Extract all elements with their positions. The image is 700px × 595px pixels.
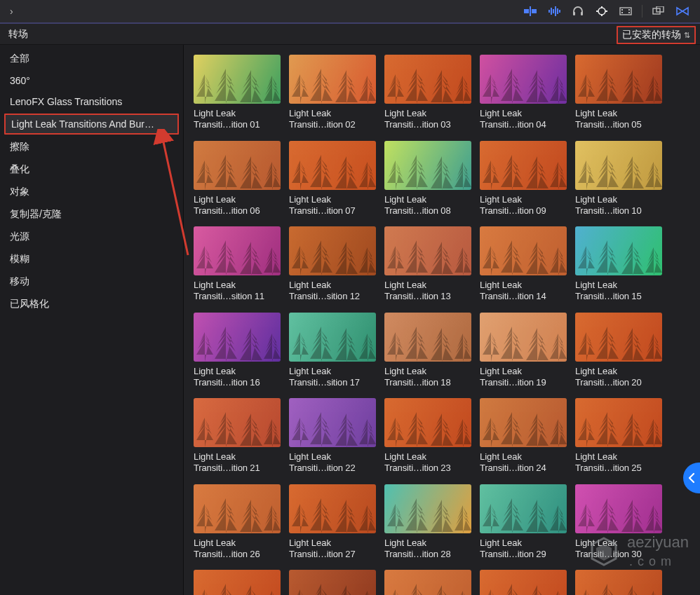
transition-thumb-cell[interactable]: Light LeakTransiti…ition 09 bbox=[480, 141, 567, 217]
transition-thumb-cell[interactable]: Light LeakTransiti…ition 15 bbox=[575, 226, 662, 303]
transition-thumbnail[interactable] bbox=[575, 570, 662, 595]
transition-thumbnail[interactable] bbox=[289, 226, 376, 275]
transition-thumb-cell[interactable]: Light LeakTransiti…ition 27 bbox=[289, 484, 376, 561]
transition-thumb-cell[interactable] bbox=[194, 570, 281, 595]
transition-thumbnail[interactable] bbox=[384, 55, 471, 104]
transition-thumbnail[interactable] bbox=[575, 141, 662, 190]
transition-thumb-cell[interactable]: Light LeakTransiti…ition 23 bbox=[384, 398, 471, 474]
transition-thumbnail[interactable] bbox=[480, 55, 567, 104]
transition-thumb-cell[interactable]: Light LeakTransiti…ition 30 bbox=[575, 484, 662, 561]
transition-thumb-cell[interactable]: Light LeakTransiti…ition 24 bbox=[480, 398, 567, 474]
svg-marker-124 bbox=[215, 498, 237, 533]
sidebar-item[interactable]: Light Leak Transitions And Bur… bbox=[4, 114, 179, 135]
transition-thumb-cell[interactable]: Light LeakTransiti…ition 01 bbox=[194, 55, 281, 131]
transition-thumbnail[interactable] bbox=[289, 55, 376, 104]
filmstrip-icon[interactable] bbox=[617, 4, 635, 18]
transition-thumb-cell[interactable]: Light LeakTransiti…ition 28 bbox=[384, 484, 471, 561]
transition-thumb-cell[interactable]: Light LeakTransiti…ition 16 bbox=[194, 313, 281, 389]
transition-thumbnail[interactable] bbox=[384, 570, 471, 595]
chevron-right-icon[interactable]: › bbox=[6, 4, 18, 18]
transition-thumbnail[interactable] bbox=[289, 141, 376, 190]
transition-thumb-cell[interactable]: Light LeakTransiti…ition 07 bbox=[289, 141, 376, 217]
sidebar-item[interactable]: 全部 bbox=[0, 48, 183, 70]
transition-label: Light LeakTransiti…ition 23 bbox=[384, 451, 471, 474]
transition-thumbnail[interactable] bbox=[194, 398, 281, 447]
transition-thumbnail[interactable] bbox=[575, 484, 662, 533]
bowtie-icon[interactable] bbox=[673, 4, 692, 18]
transition-thumbnail[interactable] bbox=[480, 398, 567, 447]
transition-thumb-cell[interactable]: Light LeakTransiti…ition 21 bbox=[194, 398, 281, 474]
transition-thumb-cell[interactable]: Light LeakTransiti…ition 19 bbox=[480, 313, 567, 389]
transition-thumbnail[interactable] bbox=[480, 484, 567, 533]
transition-thumb-cell[interactable]: Light LeakTransiti…ition 25 bbox=[575, 398, 662, 474]
transition-thumbnail[interactable] bbox=[384, 398, 471, 447]
transition-thumbnail[interactable] bbox=[575, 313, 662, 362]
svg-rect-14 bbox=[596, 11, 598, 12]
transition-thumbnail[interactable] bbox=[384, 484, 471, 533]
transition-thumb-cell[interactable]: Light LeakTransiti…ition 04 bbox=[480, 55, 567, 131]
transition-thumbnail[interactable] bbox=[575, 226, 662, 275]
transition-thumb-cell[interactable]: Light LeakTransiti…ition 08 bbox=[384, 141, 471, 217]
transition-thumbnail[interactable] bbox=[194, 141, 281, 190]
audio-waveform-icon[interactable] bbox=[545, 4, 563, 18]
sidebar-item[interactable]: LenoFX Glass Transitions bbox=[0, 91, 183, 112]
transition-thumbnail[interactable] bbox=[289, 313, 376, 362]
transition-thumbnail[interactable] bbox=[384, 141, 471, 190]
transition-thumbnail[interactable] bbox=[194, 313, 281, 362]
sidebar-item[interactable]: 模糊 bbox=[0, 248, 183, 271]
transition-thumb-cell[interactable] bbox=[289, 570, 376, 595]
transition-thumbnail[interactable] bbox=[480, 570, 567, 595]
transition-thumb-cell[interactable]: Light LeakTransiti…ition 13 bbox=[384, 226, 471, 303]
transition-thumb-cell[interactable]: Light LeakTransiti…ition 03 bbox=[384, 55, 471, 131]
transition-thumb-cell[interactable] bbox=[384, 570, 471, 595]
transition-label: Light LeakTransiti…ition 15 bbox=[575, 280, 662, 303]
align-center-icon[interactable] bbox=[521, 4, 539, 18]
svg-rect-0 bbox=[524, 9, 529, 13]
transition-thumb-cell[interactable]: Light LeakTransiti…ition 18 bbox=[384, 313, 471, 389]
transition-thumbnail[interactable] bbox=[384, 313, 471, 362]
sidebar-item[interactable]: 叠化 bbox=[0, 158, 183, 181]
transition-thumbnail[interactable] bbox=[480, 313, 567, 362]
transition-thumbnail[interactable] bbox=[480, 141, 567, 190]
sidebar-item[interactable]: 光源 bbox=[0, 226, 183, 248]
transition-thumbnail[interactable] bbox=[480, 226, 567, 275]
transition-thumbnail[interactable] bbox=[194, 226, 281, 275]
sidebar-item[interactable]: 擦除 bbox=[0, 136, 183, 158]
sidebar-item[interactable]: 复制器/克隆 bbox=[0, 203, 183, 226]
transition-thumb-cell[interactable] bbox=[480, 570, 567, 595]
transition-thumbnail[interactable] bbox=[289, 398, 376, 447]
color-wheel-icon[interactable] bbox=[593, 4, 611, 18]
transition-thumb-cell[interactable]: Light LeakTransiti…ition 14 bbox=[480, 226, 567, 303]
headphones-icon[interactable] bbox=[569, 4, 587, 18]
windows-icon[interactable] bbox=[649, 4, 668, 18]
sidebar-item[interactable]: 360° bbox=[0, 70, 183, 91]
transition-thumb-cell[interactable]: Light LeakTransiti…sition 17 bbox=[289, 313, 376, 389]
transition-thumb-cell[interactable] bbox=[575, 570, 662, 595]
installed-dropdown[interactable]: 已安装的转场 ⇅ bbox=[617, 26, 696, 44]
transition-thumbnail[interactable] bbox=[194, 484, 281, 533]
transition-thumb-cell[interactable]: Light LeakTransiti…ition 20 bbox=[575, 313, 662, 389]
transition-thumb-cell[interactable]: Light LeakTransiti…ition 22 bbox=[289, 398, 376, 474]
transition-thumbnail[interactable] bbox=[194, 570, 281, 595]
sidebar-item[interactable]: 已风格化 bbox=[0, 293, 183, 315]
transition-thumbnail[interactable] bbox=[575, 55, 662, 104]
transition-thumb-cell[interactable]: Light LeakTransiti…sition 11 bbox=[194, 226, 281, 303]
transition-grid-wrap[interactable]: Light LeakTransiti…ition 01 Light LeakTr… bbox=[184, 45, 700, 595]
transition-thumb-cell[interactable]: Light LeakTransiti…ition 26 bbox=[194, 484, 281, 561]
sidebar-item[interactable]: 移动 bbox=[0, 271, 183, 293]
transition-grid: Light LeakTransiti…ition 01 Light LeakTr… bbox=[184, 45, 700, 595]
transition-thumbnail[interactable] bbox=[384, 226, 471, 275]
transition-thumb-cell[interactable]: Light LeakTransiti…ition 02 bbox=[289, 55, 376, 131]
transition-thumb-cell[interactable]: Light LeakTransiti…ition 05 bbox=[575, 55, 662, 131]
transition-label: Light LeakTransiti…ition 04 bbox=[480, 108, 567, 131]
transition-thumb-cell[interactable]: Light LeakTransiti…ition 29 bbox=[480, 484, 567, 561]
svg-marker-55 bbox=[483, 160, 499, 190]
transition-thumb-cell[interactable]: Light LeakTransiti…sition 12 bbox=[289, 226, 376, 303]
transition-thumbnail[interactable] bbox=[575, 398, 662, 447]
transition-thumbnail[interactable] bbox=[289, 570, 376, 595]
sidebar-item[interactable]: 对象 bbox=[0, 181, 183, 203]
transition-thumb-cell[interactable]: Light LeakTransiti…ition 10 bbox=[575, 141, 662, 217]
transition-thumb-cell[interactable]: Light LeakTransiti…ition 06 bbox=[194, 141, 281, 217]
transition-thumbnail[interactable] bbox=[194, 55, 281, 104]
transition-thumbnail[interactable] bbox=[289, 484, 376, 533]
